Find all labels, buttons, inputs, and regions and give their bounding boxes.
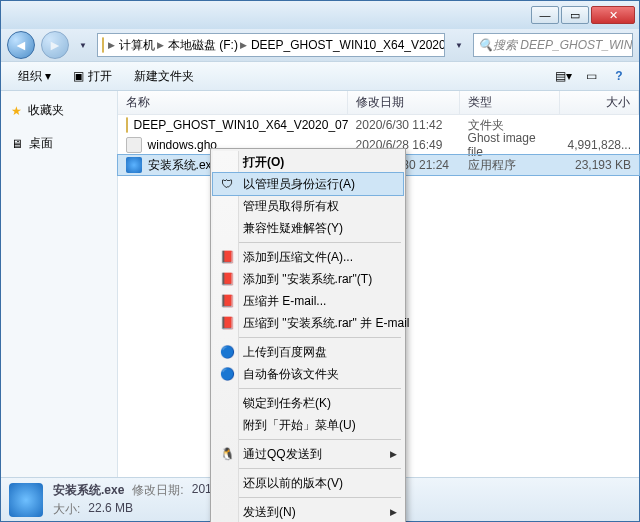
context-menu-item[interactable]: 📕添加到压缩文件(A)... <box>213 246 403 268</box>
context-menu-item[interactable]: 🐧通过QQ发送到▶ <box>213 443 403 465</box>
rar-icon: 📕 <box>219 249 235 265</box>
status-size-label: 大小: <box>53 501 80 518</box>
column-headers: 名称 修改日期 类型 大小 <box>118 91 639 115</box>
minimize-button[interactable]: — <box>531 6 559 24</box>
close-button[interactable]: ✕ <box>591 6 635 24</box>
back-button[interactable]: ◄ <box>7 31 35 59</box>
col-date[interactable]: 修改日期 <box>348 91 460 114</box>
preview-pane-button[interactable]: ▭ <box>579 65 603 87</box>
menu-label: 压缩并 E-mail... <box>243 293 326 310</box>
status-filename: 安装系统.exe <box>53 482 124 499</box>
col-type[interactable]: 类型 <box>460 91 560 114</box>
file-row[interactable]: DEEP_GHOST_WIN10_X64_V2020_072020/6/30 1… <box>118 115 639 135</box>
toolbar: 组织 ▾ ▣打开 新建文件夹 ▤▾ ▭ ? <box>1 61 639 91</box>
status-size: 22.6 MB <box>88 501 133 518</box>
star-icon: ★ <box>11 104 22 118</box>
context-menu-item[interactable]: 附到「开始」菜单(U) <box>213 414 403 436</box>
context-menu-item[interactable]: 🛡以管理员身份运行(A) <box>213 173 403 195</box>
menu-label: 附到「开始」菜单(U) <box>243 417 356 434</box>
shield-icon: 🛡 <box>219 176 235 192</box>
desktop-icon: 🖥 <box>11 137 23 151</box>
file-name: windows.gho <box>148 138 217 152</box>
gho-icon <box>126 137 142 153</box>
context-menu-item[interactable]: 📕压缩并 E-mail... <box>213 290 403 312</box>
search-placeholder: 搜索 DEEP_GHOST_WIN10_X64_V2... <box>493 37 633 54</box>
titlebar: — ▭ ✕ <box>1 1 639 29</box>
menu-label: 锁定到任务栏(K) <box>243 395 331 412</box>
sidebar-favorites[interactable]: ★收藏夹 <box>7 99 111 122</box>
chevron-right-icon: ▶ <box>108 40 115 50</box>
file-type: Ghost image file <box>460 131 560 159</box>
context-menu-item[interactable]: 🔵自动备份该文件夹 <box>213 363 403 385</box>
navbar: ◄ ► ▼ ▶ 计算机▶ 本地磁盘 (F:)▶ DEEP_GHOST_WIN10… <box>1 29 639 61</box>
context-menu: 打开(O)🛡以管理员身份运行(A)管理员取得所有权兼容性疑难解答(Y)📕添加到压… <box>210 148 406 522</box>
context-menu-item[interactable]: 管理员取得所有权 <box>213 195 403 217</box>
breadcrumb[interactable]: 本地磁盘 (F:)▶ <box>168 37 247 54</box>
new-folder-button[interactable]: 新建文件夹 <box>125 64 203 89</box>
menu-label: 添加到压缩文件(A)... <box>243 249 353 266</box>
file-size: 4,991,828... <box>560 138 639 152</box>
help-button[interactable]: ? <box>607 65 631 87</box>
context-menu-item[interactable]: 🔵上传到百度网盘 <box>213 341 403 363</box>
baidu-icon: 🔵 <box>219 344 235 360</box>
search-icon: 🔍 <box>478 38 493 52</box>
baidu-icon: 🔵 <box>219 366 235 382</box>
organize-button[interactable]: 组织 ▾ <box>9 64 60 89</box>
sidebar-desktop[interactable]: 🖥桌面 <box>7 132 111 155</box>
menu-label: 发送到(N) <box>243 504 296 521</box>
menu-label: 兼容性疑难解答(Y) <box>243 220 343 237</box>
file-name: DEEP_GHOST_WIN10_X64_V2020_07 <box>134 118 349 132</box>
exe-icon <box>9 483 43 517</box>
menu-label: 以管理员身份运行(A) <box>243 176 355 193</box>
file-name: 安装系统.exe <box>148 157 219 174</box>
folder-icon <box>102 37 104 53</box>
col-size[interactable]: 大小 <box>560 91 639 114</box>
context-menu-item[interactable]: 打开(O) <box>213 151 403 173</box>
status-date-label: 修改日期: <box>132 482 183 499</box>
context-menu-item[interactable]: 锁定到任务栏(K) <box>213 392 403 414</box>
file-type: 应用程序 <box>460 157 560 174</box>
breadcrumb[interactable]: 计算机▶ <box>119 37 164 54</box>
address-bar[interactable]: ▶ 计算机▶ 本地磁盘 (F:)▶ DEEP_GHOST_WIN10_X64_V… <box>97 33 445 57</box>
address-dropdown[interactable]: ▼ <box>451 41 467 50</box>
breadcrumb[interactable]: DEEP_GHOST_WIN10_X64_V2020_07▶ <box>251 38 445 52</box>
file-size: 23,193 KB <box>560 158 639 172</box>
view-options-button[interactable]: ▤▾ <box>551 65 575 87</box>
rar-icon: 📕 <box>219 293 235 309</box>
context-menu-item[interactable]: 兼容性疑难解答(Y) <box>213 217 403 239</box>
history-dropdown[interactable]: ▼ <box>75 41 91 50</box>
forward-button[interactable]: ► <box>41 31 69 59</box>
open-icon: ▣ <box>73 69 84 83</box>
context-menu-item[interactable]: 发送到(N)▶ <box>213 501 403 522</box>
menu-label: 管理员取得所有权 <box>243 198 339 215</box>
search-input[interactable]: 🔍 搜索 DEEP_GHOST_WIN10_X64_V2... <box>473 33 633 57</box>
context-menu-item[interactable]: 📕压缩到 "安装系统.rar" 并 E-mail <box>213 312 403 334</box>
qq-icon: 🐧 <box>219 446 235 462</box>
maximize-button[interactable]: ▭ <box>561 6 589 24</box>
submenu-arrow-icon: ▶ <box>390 449 397 459</box>
rar-icon: 📕 <box>219 271 235 287</box>
menu-label: 上传到百度网盘 <box>243 344 327 361</box>
menu-label: 通过QQ发送到 <box>243 446 322 463</box>
menu-label: 压缩到 "安装系统.rar" 并 E-mail <box>243 315 410 332</box>
menu-label: 自动备份该文件夹 <box>243 366 339 383</box>
menu-label: 打开(O) <box>243 154 284 171</box>
file-date: 2020/6/30 11:42 <box>348 118 460 132</box>
col-name[interactable]: 名称 <box>118 91 348 114</box>
menu-label: 还原以前的版本(V) <box>243 475 343 492</box>
submenu-arrow-icon: ▶ <box>390 507 397 517</box>
context-menu-item[interactable]: 📕添加到 "安装系统.rar"(T) <box>213 268 403 290</box>
context-menu-item[interactable]: 还原以前的版本(V) <box>213 472 403 494</box>
folder-icon <box>126 117 128 133</box>
menu-label: 添加到 "安装系统.rar"(T) <box>243 271 372 288</box>
rar-icon: 📕 <box>219 315 235 331</box>
exe-icon <box>126 157 142 173</box>
sidebar: ★收藏夹 🖥桌面 <box>1 91 118 477</box>
open-button[interactable]: ▣打开 <box>64 64 121 89</box>
